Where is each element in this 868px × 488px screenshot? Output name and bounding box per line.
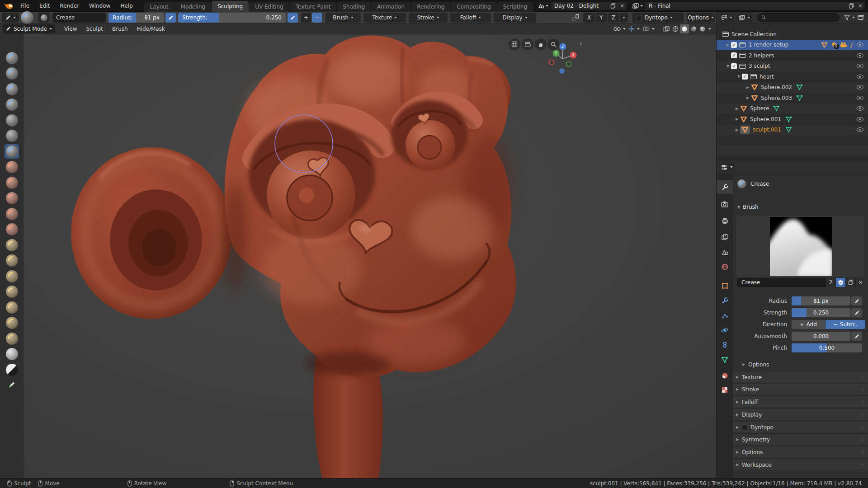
autosmooth-slider[interactable]: 0.000 [792, 332, 850, 341]
tab-object[interactable] [717, 279, 733, 292]
direction-subtract-button[interactable]: −Subtr.. [826, 320, 865, 329]
duplicate-brush-button[interactable] [845, 278, 855, 287]
tool-clay-strips[interactable] [5, 82, 19, 96]
tab-layout[interactable]: Layout [144, 2, 175, 12]
popover-brush[interactable]: Brush [326, 13, 361, 23]
shading-dropdown[interactable] [707, 24, 712, 33]
outliner-search[interactable] [757, 13, 840, 22]
tool-nudge[interactable] [5, 315, 19, 330]
mirror-x-toggle[interactable]: X [583, 13, 595, 23]
tool-thumb[interactable] [5, 284, 19, 299]
mirror-more-dropdown[interactable] [620, 13, 628, 23]
hide-eye-icon[interactable] [857, 42, 863, 47]
new-scene-icon[interactable] [609, 2, 618, 10]
menu-file[interactable]: File [15, 0, 34, 12]
shading-solid-button[interactable] [680, 24, 689, 33]
strength-slider[interactable]: Strength: 0.250 [178, 13, 286, 23]
sculpt-canvas[interactable]: Z X Y [0, 34, 716, 478]
hide-eye-icon[interactable] [857, 75, 863, 79]
display-mode-button[interactable] [737, 13, 752, 22]
outliner-row-sphere-002[interactable]: ▶ Sphere.002 [717, 82, 868, 93]
brush-datablock-button[interactable] [38, 13, 50, 23]
scene-selector[interactable]: Day 02 - Delight × [536, 1, 627, 10]
direction-subtract-toggle[interactable]: − [312, 13, 322, 23]
outliner-row-sphere[interactable]: ▶ Sphere [717, 103, 868, 114]
brush-preview-icon[interactable] [21, 11, 33, 24]
tab-render[interactable] [717, 197, 733, 211]
tab-shading[interactable]: Shading [337, 2, 371, 12]
hide-eye-icon[interactable] [857, 106, 863, 111]
object-visibility-dropdown[interactable] [612, 24, 627, 33]
brush-preview-image[interactable] [770, 217, 832, 276]
tab-particles[interactable] [717, 309, 733, 322]
hide-eye-icon[interactable] [857, 96, 863, 100]
outliner-row-helpers[interactable]: ✓ 2 helpers [717, 50, 868, 61]
direction-add-toggle[interactable]: + [301, 13, 311, 23]
options-popover[interactable]: Options [687, 13, 715, 23]
tool-snake-hook[interactable] [5, 269, 19, 283]
collection-checkbox[interactable]: ✓ [731, 42, 737, 48]
outliner-row-sculpt-collection[interactable]: ▼ ✓ 3 sculpt [717, 61, 868, 72]
outliner-row-sphere-003[interactable]: ▶ Sphere.003 [717, 93, 868, 103]
subpanel-dyntopo[interactable]: ▶Dyntopo:: [733, 421, 868, 433]
menu-sculpt[interactable]: Sculpt [81, 26, 107, 32]
tab-physics[interactable] [717, 324, 733, 337]
view-layer-selector[interactable]: R - Final × [630, 1, 865, 10]
brush-panel-header[interactable]: ▼ Brush :: [735, 202, 865, 212]
tool-inflate[interactable] [5, 113, 19, 127]
expand-icon[interactable]: ▶ [734, 128, 740, 132]
gizmos-dropdown[interactable] [627, 24, 641, 33]
brush-name-field[interactable]: Crease [52, 13, 106, 23]
new-collection-button[interactable] [858, 14, 864, 20]
viewport-canvas[interactable]: Z X Y ‹ [0, 34, 716, 478]
menu-brush[interactable]: Brush [108, 26, 132, 32]
tab-compositing[interactable]: Compositing [451, 2, 496, 12]
subpanel-display[interactable]: ▶Display:: [733, 408, 868, 421]
editor-type-properties-button[interactable] [719, 163, 735, 172]
expand-icon[interactable]: ▶ [725, 43, 731, 47]
dyntopo-checkbox[interactable] [636, 15, 642, 20]
expand-icon[interactable]: ▶ [734, 117, 740, 121]
active-tool-button[interactable] [2, 13, 19, 23]
tool-elastic-deform[interactable] [5, 253, 19, 267]
camera-view-button[interactable] [522, 38, 533, 50]
tool-annotate[interactable] [5, 378, 19, 392]
tool-scrape[interactable] [5, 206, 19, 221]
popover-display[interactable]: Display [494, 13, 536, 23]
menu-render[interactable]: Render [55, 0, 84, 12]
scene-icon[interactable] [536, 2, 551, 10]
menu-edit[interactable]: Edit [34, 0, 55, 12]
outliner-row-sculpt-001[interactable]: ▶ sculpt.001 [717, 125, 868, 136]
tool-blob[interactable] [5, 128, 19, 143]
tool-layer[interactable] [5, 97, 19, 112]
remove-view-layer-icon[interactable]: × [856, 2, 865, 10]
expand-icon[interactable]: ▶ [734, 107, 740, 111]
fake-user-shield-button[interactable] [835, 278, 845, 287]
menu-help[interactable]: Help [115, 0, 137, 12]
tool-flatten[interactable] [5, 175, 19, 190]
new-view-layer-icon[interactable] [847, 2, 856, 10]
tab-material[interactable] [717, 369, 733, 382]
zoom-view-button[interactable] [547, 38, 559, 50]
mirror-y-toggle[interactable]: Y [595, 13, 607, 23]
tool-pose[interactable] [5, 300, 19, 314]
filter-dropdown[interactable] [844, 15, 855, 20]
hide-eye-icon[interactable] [857, 85, 863, 89]
gizmo-z-label[interactable]: Z [561, 45, 564, 49]
outliner-row-render-setup[interactable]: ▶ ✓ 1 render setup 9 ʃ [717, 40, 868, 51]
tab-constraints[interactable] [717, 338, 733, 352]
popover-stroke[interactable]: Stroke [409, 13, 448, 23]
shading-rendered-button[interactable] [698, 24, 707, 33]
shading-material-button[interactable] [689, 24, 698, 33]
sidebar-collapse-arrow[interactable]: ‹ [580, 40, 582, 47]
outliner-row-sphere-001[interactable]: ▶ Sphere.001 [717, 114, 868, 125]
tab-sculpting[interactable]: Sculpting [212, 1, 249, 12]
scene-name[interactable]: Day 02 - Delight [551, 3, 609, 9]
expand-icon[interactable]: ▶ [745, 96, 751, 100]
subpanel-workspace[interactable]: ▶Workspace:: [733, 459, 868, 471]
unlink-brush-button[interactable]: × [855, 278, 865, 287]
xray-toggle[interactable] [662, 24, 671, 33]
editor-type-outliner-button[interactable] [719, 13, 734, 22]
pinch-slider[interactable]: 0.500 [792, 343, 862, 352]
subpanel-falloff[interactable]: ▶Falloff:: [733, 396, 868, 408]
